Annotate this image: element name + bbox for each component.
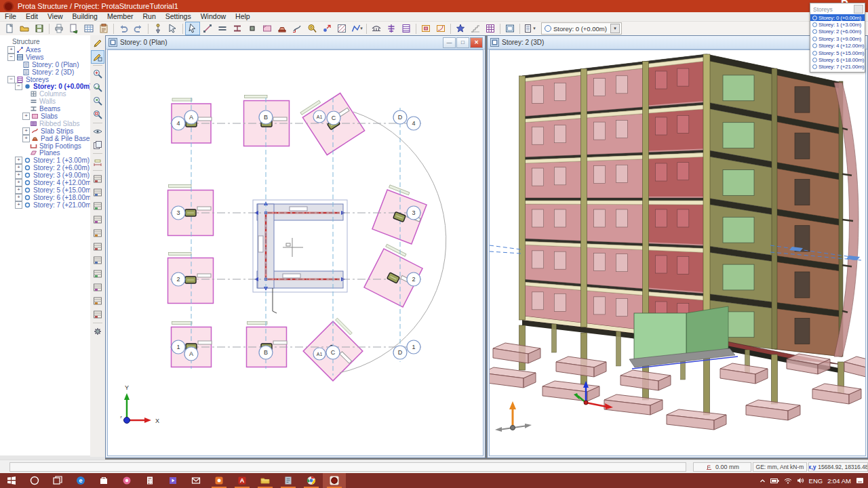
beam-icon[interactable] — [230, 22, 245, 35]
tree-item-storey-0-plan-[interactable]: Storey: 0 (Plan) — [0, 61, 90, 68]
storeys-panel-combo[interactable] — [854, 5, 863, 14]
menu-help[interactable]: Help — [231, 12, 255, 21]
b2-icon[interactable] — [91, 199, 104, 213]
pick-icon[interactable] — [165, 22, 180, 35]
view3d-drawing-area[interactable] — [489, 49, 866, 456]
zoom-orbit-icon[interactable] — [91, 81, 104, 94]
wall-icon[interactable] — [215, 22, 230, 35]
tree-expander[interactable]: + — [15, 179, 22, 186]
tree-item-beams[interactable]: Beams — [0, 105, 90, 113]
tree-item-storey-1-3-00m-[interactable]: +Storey: 1 (+3.00m) — [0, 157, 90, 164]
tree-item-walls[interactable]: Walls — [0, 98, 90, 105]
dims-icon[interactable] — [91, 155, 104, 169]
storey-selector-dropdown-button[interactable]: ▾ — [610, 24, 620, 33]
open-folder-icon[interactable] — [17, 22, 32, 35]
window-tool-icon[interactable] — [502, 22, 517, 35]
tray-chevron-icon[interactable] — [760, 478, 766, 484]
storey-list-icon[interactable]: ▾ — [522, 22, 537, 35]
star-blue-icon[interactable] — [453, 22, 468, 35]
tree-item-storeys[interactable]: −Storeys — [0, 76, 90, 83]
polyline-icon[interactable]: ▾ — [349, 22, 364, 35]
notifications-icon[interactable] — [856, 477, 864, 485]
taskbar-calculator-icon[interactable] — [138, 473, 161, 488]
tree-item-storey-2-3d-[interactable]: Storey: 2 (3D) — [0, 68, 90, 76]
tree-item-pad-pile-bases[interactable]: +Pad & Pile Bases — [0, 135, 90, 142]
storeys-list-item-0[interactable]: Storey: 0 (+0.00m) — [810, 14, 865, 21]
tree-item-slab-strips[interactable]: +Slab Strips — [0, 127, 90, 135]
tree-item-strip-footings[interactable]: Strip Footings — [0, 142, 90, 150]
table-icon[interactable] — [81, 22, 96, 35]
b9-icon[interactable] — [91, 294, 104, 308]
tree-item-storey-7-21-00m-[interactable]: +Storey: 7 (+21.00m) — [0, 201, 90, 209]
tree-item-storey-3-9-00m-[interactable]: +Storey: 3 (+9.00m) — [0, 171, 90, 179]
slab-icon[interactable] — [260, 22, 275, 35]
new-file-icon[interactable] — [2, 22, 17, 35]
storeys-list-item-4[interactable]: Storey: 4 (+12.00m) — [810, 43, 865, 49]
pencil-edit-icon[interactable] — [91, 50, 104, 64]
b8-icon[interactable] — [91, 281, 104, 294]
menu-settings[interactable]: Settings — [161, 12, 196, 21]
section-icon[interactable] — [290, 22, 304, 35]
menu-view[interactable]: View — [43, 12, 68, 21]
storeys-list-item-2[interactable]: Storey: 2 (+6.00m) — [810, 28, 865, 35]
tree-expander[interactable]: − — [7, 54, 15, 61]
maximize-button[interactable]: □ — [456, 37, 469, 48]
menu-building[interactable]: Building — [68, 12, 102, 21]
tree-item-axes[interactable]: +Axes — [0, 46, 90, 54]
draw-line-icon[interactable] — [200, 22, 215, 35]
taskbar-autocad-icon[interactable]: A — [231, 473, 254, 488]
tree-item-storey-2-6-00m-[interactable]: +Storey: 2 (+6.00m) — [0, 164, 90, 171]
taskbar-explorer-icon[interactable] — [254, 473, 277, 488]
taskbar-store-icon[interactable] — [92, 473, 115, 488]
plan-drawing-area[interactable]: 44332211ABA1CDABA1CDYXz — [107, 49, 484, 456]
battery-icon[interactable] — [770, 478, 779, 484]
plan-window-titlebar[interactable]: Storey: 0 (Plan) — □ ✕ — [106, 36, 485, 49]
b4-icon[interactable] — [91, 226, 104, 240]
column-icon[interactable] — [245, 22, 260, 35]
storeys-list-item-3[interactable]: Storey: 3 (+9.00m) — [810, 35, 865, 42]
storeys-list-item-6[interactable]: Storey: 6 (+18.00m) — [810, 56, 865, 63]
taskbar-edge-icon[interactable]: e — [69, 473, 92, 488]
tree-item-storey-4-12-00m-[interactable]: +Storey: 4 (+12.00m) — [0, 179, 90, 186]
menu-file[interactable]: File — [0, 12, 21, 21]
taskbar-start-icon[interactable] — [0, 473, 23, 488]
taskbar-mail-icon[interactable] — [184, 473, 208, 488]
tree-item-storey-6-18-00m-[interactable]: +Storey: 6 (+18.00m) — [0, 194, 90, 201]
tree-expander[interactable]: + — [15, 186, 22, 194]
b5-icon[interactable] — [91, 240, 104, 253]
taskbar-notes-icon[interactable] — [277, 473, 300, 488]
tree-expander[interactable]: + — [22, 113, 30, 120]
export-icon[interactable] — [66, 22, 81, 35]
tree-item-ribbed-slabs[interactable]: Ribbed Slabs — [0, 120, 90, 127]
taskbar-prota-icon[interactable] — [323, 473, 346, 488]
tree-expander[interactable]: + — [15, 194, 22, 201]
storeys-list-item-5[interactable]: Storey: 5 (+15.00m) — [810, 49, 865, 56]
tree-item-columns[interactable]: Columns — [0, 90, 90, 98]
menu-run[interactable]: Run — [138, 12, 160, 21]
tree-item-planes[interactable]: Planes — [0, 149, 90, 157]
tree-expander[interactable]: − — [15, 83, 22, 90]
bridge-icon[interactable] — [369, 22, 384, 35]
tree-item-storey-0-0-00m-[interactable]: −Storey: 0 (+0.00m) — [0, 83, 90, 90]
speaker-icon[interactable] — [797, 477, 804, 484]
tree-expander[interactable]: + — [15, 201, 22, 209]
node-move-icon[interactable] — [319, 22, 334, 35]
minimize-button[interactable]: — — [443, 37, 456, 48]
save-icon[interactable] — [32, 22, 47, 35]
tree-expander[interactable]: + — [7, 46, 15, 54]
menu-window[interactable]: Window — [196, 12, 231, 21]
report-icon[interactable] — [96, 22, 111, 35]
tree-expander[interactable]: + — [15, 164, 22, 171]
taskbar-prota-helper-icon[interactable] — [208, 473, 231, 488]
fly-icon[interactable] — [91, 125, 104, 138]
b1-icon[interactable] — [91, 186, 104, 199]
tree-expander[interactable]: + — [22, 127, 30, 135]
storeys-list-item-7[interactable]: Storey: 7 (+21.00m) — [810, 64, 865, 70]
plumb-icon[interactable] — [151, 22, 165, 35]
tree-expander[interactable]: − — [7, 76, 15, 83]
hatch-icon[interactable] — [334, 22, 349, 35]
taskbar-cortana-icon[interactable] — [23, 473, 46, 488]
undo-icon[interactable] — [116, 22, 131, 35]
taskbar-movies-icon[interactable] — [161, 473, 184, 488]
storeys-list-item-1[interactable]: Storey: 1 (+3.00m) — [810, 21, 865, 28]
